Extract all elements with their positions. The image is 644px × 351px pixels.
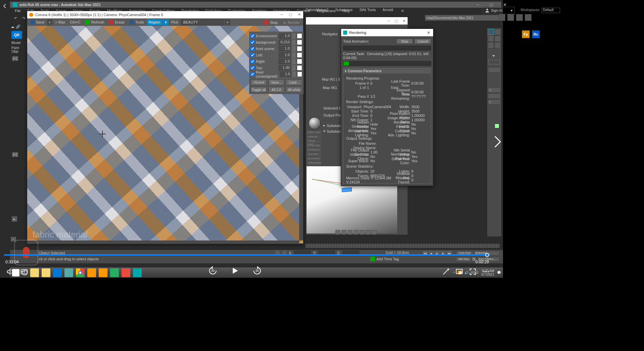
vfb-tools-button[interactable]: Tools <box>127 19 146 25</box>
render-cancel-button[interactable]: Cancel <box>414 39 431 44</box>
mark-button[interactable] <box>442 268 450 276</box>
toolbar-icon-2[interactable] <box>507 14 514 21</box>
taskbar-explorer[interactable] <box>30 268 39 277</box>
mateditor-maximize[interactable]: ▢ <box>395 19 398 23</box>
taskbar-mail[interactable] <box>53 268 62 277</box>
pip-button[interactable] <box>455 268 463 276</box>
taskbar-app-2[interactable] <box>87 268 96 277</box>
front-checkbox[interactable] <box>250 47 255 51</box>
env-value[interactable]: 1.0 <box>279 33 291 39</box>
bg-checkbox[interactable] <box>250 40 255 44</box>
redo-button[interactable]: ↷ <box>20 15 27 21</box>
load-lightmix-button[interactable]: Load... <box>286 79 302 85</box>
cmd-row-2[interactable] <box>488 93 501 99</box>
setkey-button[interactable]: Set Key <box>456 257 471 262</box>
category-dropdown[interactable] <box>488 67 501 73</box>
project-path-input[interactable] <box>425 15 500 21</box>
vfb-minimize[interactable]: ─ <box>280 12 284 17</box>
rest-spinner[interactable] <box>292 72 296 77</box>
render-titlebar[interactable]: Rendering ✕ <box>341 29 433 36</box>
all10-button[interactable]: All 1.0 <box>268 87 285 93</box>
menu-substance[interactable]: Substance <box>332 8 356 12</box>
menu-arnold[interactable]: Arnold <box>379 8 397 12</box>
env-checkbox[interactable] <box>250 34 255 38</box>
cloud-icon[interactable]: ☁ <box>11 25 14 29</box>
skip-back-button[interactable]: 30 <box>208 266 218 276</box>
create-tab[interactable] <box>488 29 494 35</box>
env-spinner[interactable] <box>292 33 295 39</box>
material-preview-sphere[interactable] <box>309 117 321 129</box>
toolbar-icon-3[interactable] <box>516 14 523 21</box>
vfb-close[interactable]: ✕ <box>297 12 301 17</box>
map-name[interactable]: Map #61 <box>323 86 337 90</box>
timeline-ruler[interactable] <box>306 244 500 248</box>
paint-tab[interactable]: Paint Obje <box>10 45 27 54</box>
vfb-copy-button[interactable]: Ctrl+C <box>68 19 82 25</box>
hierarchy-tab[interactable] <box>488 36 494 42</box>
toolbar-icon-1[interactable] <box>499 14 505 21</box>
motion-tab[interactable] <box>495 36 501 42</box>
vfb-erase-button[interactable]: Erase <box>107 19 127 25</box>
display-tab[interactable] <box>488 42 494 48</box>
vfb-stop-button[interactable]: Stop <box>262 19 281 26</box>
utilities-tab[interactable] <box>495 42 501 48</box>
render-close[interactable]: ✕ <box>426 31 431 35</box>
tray-notifications[interactable]: 💬 <box>497 271 501 274</box>
toscene-button[interactable]: >Scene <box>250 79 267 85</box>
next-video-button[interactable] <box>492 134 503 150</box>
vfb-region-button[interactable]: Region <box>147 19 163 25</box>
vfb-save-button[interactable]: Save <box>28 19 46 25</box>
rc-button[interactable]: Rc <box>532 30 540 38</box>
timetag-label[interactable]: Add Time Tag <box>376 257 399 261</box>
vfb-maximize[interactable]: ▢ <box>288 12 292 17</box>
qr-button[interactable]: QR <box>11 31 22 39</box>
minimize-button[interactable]: ─ <box>471 2 485 8</box>
save-lightmix-button[interactable]: Save... <box>268 79 285 85</box>
cmd-row-3[interactable]: d <box>488 99 501 105</box>
fullscreen-button[interactable] <box>469 268 477 276</box>
taskbar-chrome[interactable] <box>76 268 85 277</box>
seekbar-thumb[interactable] <box>485 253 489 257</box>
menu-file[interactable]: File <box>11 9 24 13</box>
vfb-save-dropdown[interactable]: ▾ <box>47 19 52 25</box>
more-button[interactable] <box>482 268 490 276</box>
menu-debrismaker[interactable]: DebrisMaker2 <box>302 8 332 12</box>
menu-sini[interactable]: SiNi Tools <box>356 8 379 12</box>
left-value[interactable]: 1.0 <box>279 52 291 58</box>
viewport-play-button[interactable]: ▸ <box>12 216 17 222</box>
top-spinner[interactable] <box>292 65 295 71</box>
vfb-channel-select[interactable]: BEAUTY <box>181 19 224 25</box>
sign-in-button[interactable]: Sign In ▾ <box>483 7 515 14</box>
vfb-titlebar[interactable]: Corona 6 (Hotfix 1) | 3500×3500px (1:1) … <box>27 11 303 18</box>
bg-value[interactable]: 0.210 <box>279 40 291 45</box>
vfb-refresh-button[interactable]: Refresh <box>83 19 106 25</box>
mat-nav-icon-6[interactable] <box>366 230 370 235</box>
color-swatch-green[interactable] <box>495 124 499 128</box>
env-swatch[interactable] <box>297 33 302 39</box>
cmd-row-1[interactable]: re <box>488 87 501 93</box>
toolbar-icon-4[interactable] <box>525 14 532 21</box>
browser-back-button[interactable] <box>2 3 8 9</box>
taskbar-3dsmax[interactable] <box>133 268 142 277</box>
bg-swatch[interactable] <box>297 40 302 45</box>
viewport-label-2[interactable]: [+] <box>12 152 18 157</box>
right-checkbox[interactable] <box>250 59 255 63</box>
undo-button[interactable]: ↶ <box>12 15 19 21</box>
left-swatch[interactable] <box>297 52 302 58</box>
timetag-icon[interactable] <box>370 257 375 261</box>
taskbar-explorer-2[interactable] <box>42 268 50 277</box>
skip-forward-button[interactable]: 30 <box>252 266 262 276</box>
mat-nav-icon-1[interactable] <box>335 230 340 235</box>
captions-button[interactable] <box>20 268 28 276</box>
fp-button[interactable]: Fp <box>522 30 530 38</box>
viewport-label-1[interactable]: [+] <box>12 56 18 61</box>
bg-spinner[interactable] <box>292 40 295 45</box>
vfb-region-dropdown[interactable]: ▾ <box>163 19 169 25</box>
taskbar-app-1[interactable] <box>64 268 73 277</box>
mat-nav-icon-2[interactable] <box>341 230 346 235</box>
vfb-tomax-button[interactable]: > Max <box>53 19 67 25</box>
rest-checkbox[interactable] <box>250 72 255 76</box>
front-swatch[interactable] <box>297 46 302 51</box>
mat-nav-icon-3[interactable] <box>348 230 352 235</box>
left-checkbox[interactable] <box>250 53 255 57</box>
